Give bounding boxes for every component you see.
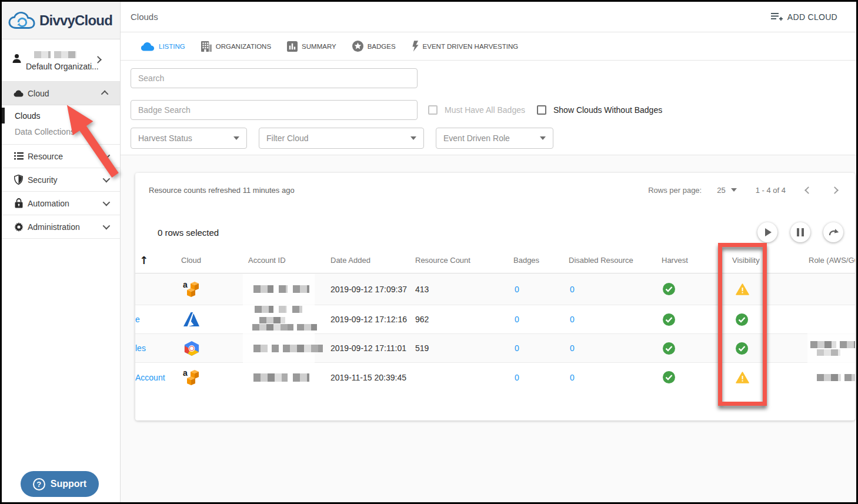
org-name: Default Organizati... <box>26 62 99 71</box>
gcp-icon <box>181 341 248 356</box>
rows-per-page-select[interactable]: 25 <box>717 186 736 195</box>
sidebar-item-label: Administration <box>28 222 103 232</box>
svg-text:a: a <box>183 280 188 289</box>
caret-down-icon <box>233 136 239 140</box>
account-id-redacted <box>248 373 330 382</box>
col-resource-count[interactable]: Resource Count <box>415 256 513 265</box>
date-added: 2019-09-12 17:11:01 <box>330 343 415 353</box>
summary-chart-icon <box>287 41 298 52</box>
chevron-down-icon <box>103 152 111 159</box>
reharvest-button[interactable] <box>823 222 843 242</box>
gear-icon <box>14 222 24 232</box>
sidebar: DivvyCloud Default Organizati... Cloud C… <box>2 2 121 502</box>
search-input[interactable] <box>131 68 418 88</box>
sidebar-item-label: Cloud <box>28 89 103 98</box>
add-cloud-label: ADD CLOUD <box>787 12 837 22</box>
col-date-added[interactable]: Date Added <box>330 256 415 265</box>
cloud-name-link[interactable]: e <box>135 315 181 324</box>
col-role[interactable]: Role (AWS/GC <box>809 256 855 265</box>
role-redacted <box>809 341 855 348</box>
user-name-redacted <box>34 51 76 58</box>
pause-harvest-button[interactable] <box>790 222 810 242</box>
chevron-down-icon <box>103 222 111 230</box>
filters-panel: Must Have All Badges Show Clouds Without… <box>121 61 856 155</box>
select-label: Harvest Status <box>138 133 192 143</box>
tab-label: LISTING <box>159 43 185 50</box>
filter-cloud-select[interactable]: Filter Cloud <box>259 128 424 149</box>
sidebar-item-security[interactable]: Security <box>2 168 120 192</box>
redo-icon <box>828 228 839 237</box>
badges-link[interactable]: 0 <box>513 285 519 294</box>
user-icon <box>12 54 22 64</box>
cloud-icon <box>141 42 155 51</box>
rows-selected-label: 0 rows selected <box>158 228 757 238</box>
resource-count: 519 <box>415 343 513 353</box>
azure-icon <box>181 312 248 327</box>
resource-count: 413 <box>415 285 513 294</box>
sidebar-item-resource[interactable]: Resource <box>2 144 120 168</box>
org-switcher[interactable]: Default Organizati... <box>2 39 120 82</box>
logo-bar: DivvyCloud <box>2 2 120 39</box>
tab-summary[interactable]: SUMMARY <box>287 41 336 52</box>
col-disabled-resource[interactable]: Disabled Resource <box>569 256 662 265</box>
list-icon <box>14 152 24 160</box>
disabled-resource-link[interactable]: 0 <box>569 285 575 294</box>
col-badges[interactable]: Badges <box>513 256 569 265</box>
role-redacted <box>809 374 855 381</box>
disabled-resource-link[interactable]: 0 <box>569 373 575 382</box>
checkbox-label: Show Clouds Without Badges <box>553 105 662 115</box>
lightning-bolt-icon <box>412 41 419 52</box>
show-clouds-without-badges-checkbox[interactable] <box>537 105 546 115</box>
rows-per-page-label: Rows per page: <box>648 186 702 195</box>
resume-harvest-button[interactable] <box>757 222 777 242</box>
sidebar-item-clouds[interactable]: Clouds <box>2 108 120 124</box>
shield-icon <box>14 175 23 185</box>
badges-link[interactable]: 0 <box>513 373 519 382</box>
badge-search-input[interactable] <box>131 100 418 120</box>
play-icon <box>765 228 772 236</box>
annotation-highlight-rectangle <box>718 243 767 406</box>
sidebar-item-cloud[interactable]: Cloud <box>2 82 120 105</box>
organizations-icon <box>201 41 212 52</box>
harvest-status-select[interactable]: Harvest Status <box>131 128 247 149</box>
cloud-name-link[interactable]: Account <box>135 373 181 382</box>
badges-link[interactable]: 0 <box>513 315 519 324</box>
chevron-down-icon <box>103 175 111 183</box>
divvycloud-logo-icon <box>8 11 35 31</box>
event-driven-role-select[interactable]: Event Driven Role <box>436 128 553 149</box>
tab-organizations[interactable]: ORGANIZATIONS <box>201 41 271 52</box>
page-title: Clouds <box>131 12 771 22</box>
cloud-name-link[interactable]: les <box>135 343 181 353</box>
tabs-bar: LISTING ORGANIZATIONS SUMMARY <box>121 32 856 61</box>
resource-count: 962 <box>415 315 513 324</box>
sidebar-item-data-collections[interactable]: Data Collections <box>2 124 120 139</box>
caret-down-icon <box>540 136 546 140</box>
tab-badges[interactable]: BADGES <box>352 41 396 52</box>
disabled-resource-link[interactable]: 0 <box>569 315 575 324</box>
playlist-add-icon <box>771 12 783 22</box>
date-added: 2019-09-12 17:09:37 <box>330 285 415 294</box>
sidebar-item-automation[interactable]: Automation <box>2 192 120 215</box>
add-cloud-button[interactable]: ADD CLOUD <box>771 12 837 22</box>
brand-name: DivvyCloud <box>39 12 112 29</box>
must-have-all-badges-checkbox[interactable] <box>428 105 438 115</box>
cloud-submenu: Clouds Data Collections <box>2 105 120 144</box>
col-account-id[interactable]: Account ID <box>248 256 330 265</box>
pagination: Rows per page: 25 1 - 4 of 4 <box>648 186 846 195</box>
previous-page-button[interactable] <box>804 186 812 194</box>
tab-event-driven-harvesting[interactable]: EVENT DRIVEN HARVESTING <box>412 41 519 52</box>
badges-link[interactable]: 0 <box>513 343 519 353</box>
select-label: Event Driven Role <box>443 133 510 143</box>
tab-label: SUMMARY <box>302 43 336 50</box>
account-id-redacted <box>248 324 330 331</box>
account-id-redacted <box>248 285 330 293</box>
sidebar-item-administration[interactable]: Administration <box>2 215 120 239</box>
sort-ascending-icon[interactable]: ↑ <box>135 254 148 266</box>
cloud-icon <box>14 90 24 97</box>
sidebar-item-label: Resource <box>28 152 103 161</box>
next-page-button[interactable] <box>831 186 839 194</box>
col-cloud[interactable]: Cloud <box>181 256 248 265</box>
tab-listing[interactable]: LISTING <box>141 42 185 51</box>
disabled-resource-link[interactable]: 0 <box>569 343 575 353</box>
support-button[interactable]: ? Support <box>21 471 99 497</box>
